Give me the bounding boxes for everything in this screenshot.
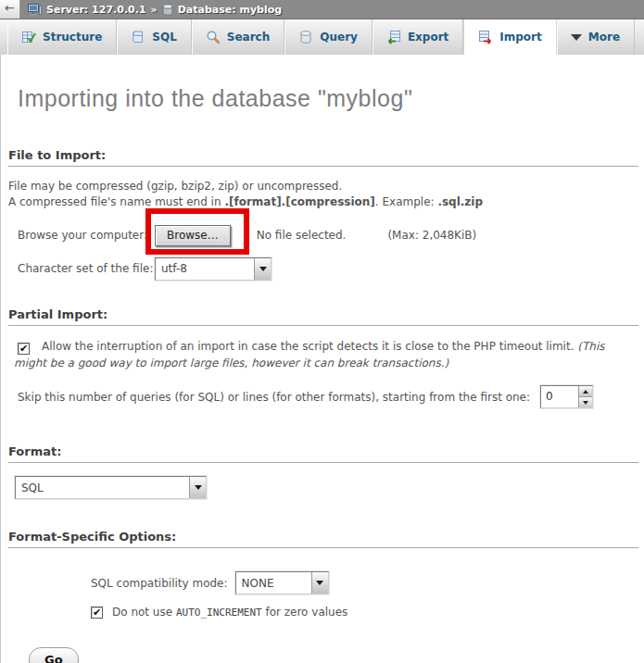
tab-label: Structure [43, 31, 102, 44]
autoinc-prefix: Do not use [112, 606, 176, 619]
skip-queries-value: 0 [541, 386, 578, 407]
autoincrement-row: ✔ Do not use AUTO_INCREMENT for zero val… [91, 606, 638, 619]
format-value: SQL [16, 482, 189, 494]
timeout-text: Allow the interruption of an import in c… [42, 340, 577, 353]
tab-label: Search [227, 31, 270, 44]
tabbar: Structure SQL Search Query [0, 19, 644, 55]
browse-label: Browse your computer: [18, 229, 155, 242]
spinner-up-icon[interactable] [579, 386, 592, 396]
tab-label: More [588, 31, 620, 44]
server-icon [28, 4, 42, 16]
tab-export[interactable]: Export [373, 19, 463, 55]
tab-label: Query [320, 31, 358, 44]
tab-label: SQL [152, 31, 177, 44]
back-arrow-icon[interactable]: ← [0, 0, 20, 19]
compression-info: File may be compressed (gzip, bzip2, zip… [8, 179, 638, 210]
breadcrumb-database[interactable]: Database: myblog [178, 4, 282, 16]
query-icon [298, 30, 313, 44]
sql-compatibility-select[interactable]: NONE [235, 571, 329, 594]
charset-row: Character set of the file: utf-8 [18, 256, 638, 281]
topbar: ← Server: 127.0.0.1 » Database: myblog [0, 0, 644, 19]
skip-row: Skip this number of queries (for SQL) or… [18, 385, 638, 408]
page-title: Importing into the database "myblog" [8, 55, 638, 112]
compression-example: .sql.zip [437, 195, 483, 208]
compression-line2-mid: . Example: [375, 195, 438, 208]
structure-icon [21, 30, 36, 44]
format-specific-options-heading: Format-Specific Options: [8, 530, 638, 548]
compat-dropdown-arrow-icon[interactable] [311, 572, 328, 594]
partial-import-heading: Partial Import: [8, 307, 638, 326]
import-icon [478, 30, 493, 44]
sql-compatibility-label: SQL compatibility mode: [91, 577, 228, 590]
breadcrumb: Server: 127.0.0.1 » Database: myblog [28, 4, 282, 16]
format-select[interactable]: SQL [15, 476, 207, 499]
autoincrement-checkbox[interactable]: ✔ [91, 607, 103, 619]
tab-query[interactable]: Query [284, 19, 373, 55]
more-chevron-icon [571, 34, 582, 41]
tab-sql[interactable]: SQL [117, 19, 192, 55]
autoincrement-text: Do not use AUTO_INCREMENT for zero value… [112, 606, 347, 619]
tab-import[interactable]: Import [463, 19, 556, 55]
format-heading: Format: [8, 444, 638, 463]
compression-line2-prefix: A compressed file's name must end in [8, 195, 224, 208]
no-file-selected-text: No file selected. [257, 229, 347, 242]
sql-compatibility-value: NONE [236, 577, 311, 590]
main-content: Importing into the database "myblog" Fil… [0, 55, 644, 663]
charset-select[interactable]: utf-8 [155, 257, 271, 281]
tab-search[interactable]: Search [192, 19, 284, 55]
browse-button[interactable]: Browse… [155, 225, 231, 246]
format-dropdown-arrow-icon[interactable] [189, 477, 206, 498]
breadcrumb-separator: » [151, 4, 158, 16]
charset-dropdown-arrow-icon[interactable] [254, 258, 271, 280]
timeout-option: ✔Allow the interruption of an import in … [14, 338, 640, 371]
sql-compatibility-row: SQL compatibility mode: NONE [91, 571, 638, 594]
compression-line2: A compressed file's name must end in .[f… [8, 194, 638, 210]
browse-row: Browse your computer: Browse… No file se… [18, 223, 638, 247]
database-icon [162, 4, 173, 16]
breadcrumb-server[interactable]: Server: 127.0.0.1 [46, 4, 146, 16]
charset-label: Character set of the file: [18, 262, 155, 275]
spinner-down-icon[interactable] [579, 396, 592, 407]
tab-label: Export [408, 31, 448, 44]
go-button[interactable]: Go [29, 647, 79, 663]
charset-value: utf-8 [156, 262, 254, 275]
compression-line1: File may be compressed (gzip, bzip2, zip… [8, 179, 638, 194]
tab-structure[interactable]: Structure [7, 19, 117, 55]
tab-label: Import [499, 31, 541, 44]
autoinc-code: AUTO_INCREMENT [176, 607, 262, 619]
export-icon [386, 30, 401, 44]
max-size-text: (Max: 2,048KiB) [387, 229, 476, 242]
skip-queries-input[interactable]: 0 [540, 385, 593, 408]
skip-label: Skip this number of queries (for SQL) or… [18, 391, 530, 404]
search-icon [206, 30, 221, 44]
sql-icon [131, 30, 145, 44]
skip-spinner [578, 386, 592, 407]
tab-more[interactable]: More [557, 19, 635, 55]
autoinc-suffix: for zero values [262, 606, 348, 619]
file-to-import-heading: File to Import: [8, 148, 638, 167]
compression-format-pattern: .[format].[compression] [224, 195, 374, 208]
timeout-checkbox[interactable]: ✔ [18, 343, 30, 355]
